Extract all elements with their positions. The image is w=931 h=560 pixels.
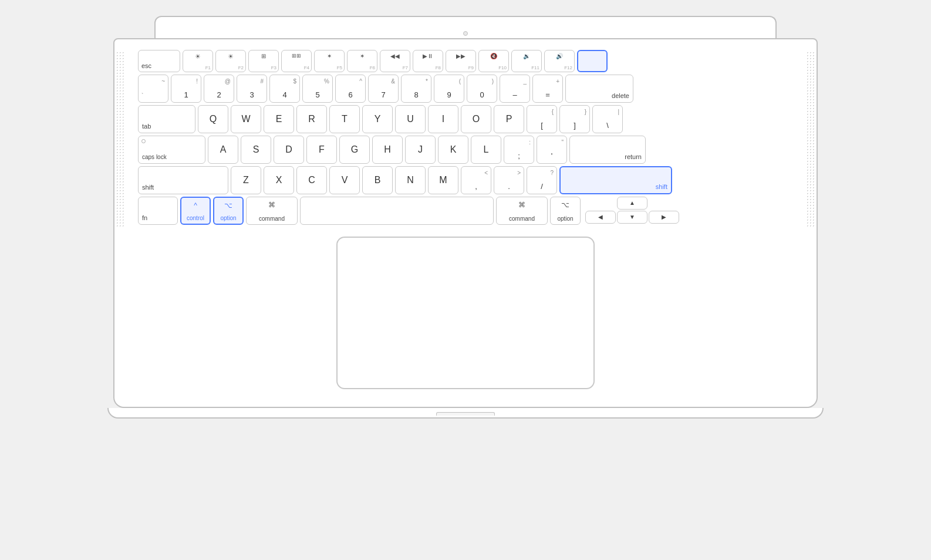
side-dots-left: [116, 51, 125, 227]
key-option-left[interactable]: ⌥ option: [213, 197, 244, 225]
key-h[interactable]: H: [372, 136, 403, 164]
key-f8[interactable]: ▶⏸ F8: [413, 50, 443, 72]
key-quote[interactable]: " ': [537, 136, 567, 164]
key-9[interactable]: ( 9: [434, 75, 464, 103]
key-z[interactable]: Z: [231, 166, 261, 194]
key-o[interactable]: O: [461, 105, 491, 133]
key-u[interactable]: U: [395, 105, 426, 133]
key-4[interactable]: $ 4: [269, 75, 300, 103]
key-arrow-right[interactable]: ▶: [649, 211, 679, 224]
key-delete[interactable]: delete: [565, 75, 633, 103]
key-w[interactable]: W: [231, 105, 261, 133]
key-arrow-left[interactable]: ◀: [585, 211, 616, 224]
key-bracket-open[interactable]: { [: [527, 105, 557, 133]
number-row: ~ ` ! 1 @ 2 # 3 $ 4: [138, 75, 793, 103]
key-semicolon[interactable]: : ;: [504, 136, 534, 164]
key-f9[interactable]: ▶▶ F9: [446, 50, 476, 72]
key-3[interactable]: # 3: [237, 75, 267, 103]
key-v[interactable]: V: [329, 166, 360, 194]
key-f2[interactable]: ☀ F2: [215, 50, 246, 72]
keyboard: esc ☀ F1 ☀ F2 ⊞ F3 ⊞⊞ F4: [126, 50, 805, 225]
key-f1[interactable]: ☀ F1: [183, 50, 213, 72]
key-m[interactable]: M: [428, 166, 458, 194]
side-dots-right: [806, 51, 815, 227]
fn-row: esc ☀ F1 ☀ F2 ⊞ F3 ⊞⊞ F4: [138, 50, 793, 72]
key-period[interactable]: > .: [494, 166, 524, 194]
key-command-left[interactable]: ⌘ command: [246, 197, 298, 225]
key-f4[interactable]: ⊞⊞ F4: [281, 50, 312, 72]
key-a[interactable]: A: [208, 136, 238, 164]
key-k[interactable]: K: [438, 136, 468, 164]
key-1[interactable]: ! 1: [171, 75, 201, 103]
key-0[interactable]: ) 0: [467, 75, 497, 103]
laptop-diagram: esc ☀ F1 ☀ F2 ⊞ F3 ⊞⊞ F4: [143, 16, 788, 544]
key-f10[interactable]: 🔇 F10: [478, 50, 509, 72]
asdf-row: caps lock A S D F G H J K L : ; " ': [138, 136, 793, 164]
key-power[interactable]: [577, 50, 608, 72]
key-equals[interactable]: + =: [532, 75, 563, 103]
key-c[interactable]: C: [296, 166, 327, 194]
key-q[interactable]: Q: [198, 105, 228, 133]
key-r[interactable]: R: [296, 105, 327, 133]
key-7[interactable]: & 7: [368, 75, 399, 103]
key-f5[interactable]: ✶ F5: [314, 50, 345, 72]
key-j[interactable]: J: [405, 136, 436, 164]
arrow-cluster: ▲ ◀ ▼ ▶: [585, 197, 679, 225]
key-arrow-down[interactable]: ▼: [617, 211, 647, 224]
key-s[interactable]: S: [241, 136, 271, 164]
key-f6[interactable]: ✶ F6: [347, 50, 377, 72]
key-option-right[interactable]: ⌥ option: [550, 197, 581, 225]
key-e[interactable]: E: [264, 105, 294, 133]
key-arrow-up[interactable]: ▲: [617, 197, 647, 210]
key-space[interactable]: [300, 197, 494, 225]
camera: [463, 31, 468, 36]
key-t[interactable]: T: [329, 105, 360, 133]
key-x[interactable]: X: [264, 166, 294, 194]
key-f3[interactable]: ⊞ F3: [248, 50, 279, 72]
key-i[interactable]: I: [428, 105, 458, 133]
key-d[interactable]: D: [274, 136, 304, 164]
key-f11[interactable]: 🔉 F11: [511, 50, 542, 72]
key-fn[interactable]: fn: [138, 197, 178, 225]
key-backslash[interactable]: | \: [592, 105, 623, 133]
key-f7[interactable]: ◀◀ F7: [380, 50, 410, 72]
key-y[interactable]: Y: [362, 105, 393, 133]
key-shift-right[interactable]: shift: [559, 166, 672, 194]
key-tilde[interactable]: ~ `: [138, 75, 168, 103]
key-p[interactable]: P: [494, 105, 524, 133]
key-2[interactable]: @ 2: [204, 75, 234, 103]
touchpad[interactable]: [336, 237, 595, 389]
key-bracket-close[interactable]: } ]: [559, 105, 590, 133]
qwerty-row: tab Q W E R T Y U I O P { [ } ]: [138, 105, 793, 133]
key-control[interactable]: ^ control: [180, 197, 211, 225]
zxcv-row: shift Z X C V B N M < , > . ?: [138, 166, 793, 194]
key-esc[interactable]: esc: [138, 50, 180, 72]
laptop-lid: [154, 16, 777, 38]
key-g[interactable]: G: [339, 136, 370, 164]
laptop-body: esc ☀ F1 ☀ F2 ⊞ F3 ⊞⊞ F4: [113, 38, 818, 408]
key-caps-lock[interactable]: caps lock: [138, 136, 205, 164]
key-return[interactable]: return: [569, 136, 646, 164]
base-notch: [436, 412, 495, 416]
key-5[interactable]: % 5: [302, 75, 333, 103]
key-command-right[interactable]: ⌘ command: [496, 197, 548, 225]
key-6[interactable]: ^ 6: [335, 75, 366, 103]
key-8[interactable]: * 8: [401, 75, 431, 103]
key-slash[interactable]: ? /: [527, 166, 557, 194]
key-f12[interactable]: 🔊 F12: [544, 50, 575, 72]
key-b[interactable]: B: [362, 166, 393, 194]
laptop-base: [107, 408, 824, 419]
key-n[interactable]: N: [395, 166, 426, 194]
key-tab[interactable]: tab: [138, 105, 195, 133]
key-shift-left[interactable]: shift: [138, 166, 228, 194]
key-f[interactable]: F: [306, 136, 337, 164]
bottom-row: fn ^ control ⌥ option ⌘ command ⌘ comma: [138, 197, 793, 225]
key-comma[interactable]: < ,: [461, 166, 491, 194]
key-l[interactable]: L: [471, 136, 501, 164]
key-minus[interactable]: _ –: [500, 75, 530, 103]
